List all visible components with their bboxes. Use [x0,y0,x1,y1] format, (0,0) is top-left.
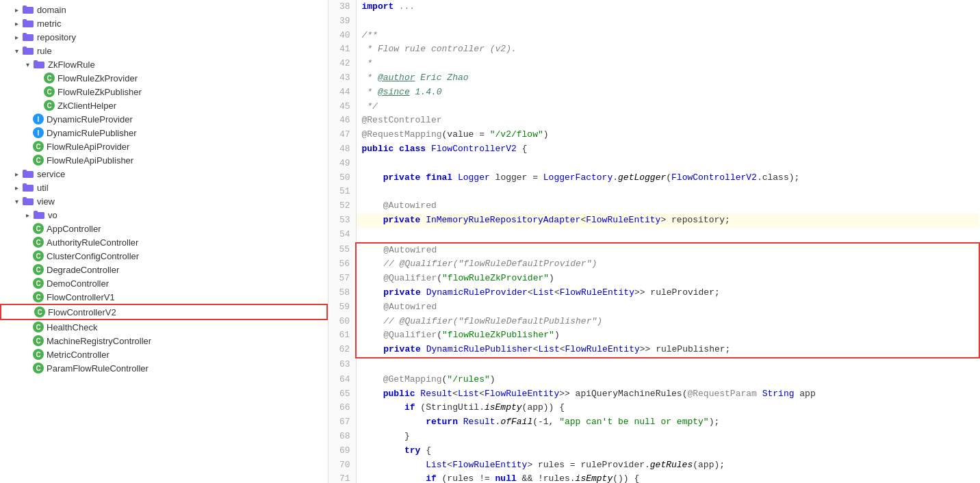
item-label-zkflowrule: ZkFlowRule [48,60,95,70]
folder-icon [22,196,34,206]
item-label-view: view [37,196,55,207]
folder-icon [22,169,34,179]
line-content-62: private DynamicRulePublisher<List<FlowRu… [356,343,979,358]
sidebar-item-vo[interactable]: vo [0,208,328,222]
sidebar-item-dynamicruleprovider[interactable]: IDynamicRuleProvider [0,112,328,126]
item-label-service: service [37,169,65,179]
sidebar-item-util[interactable]: util [0,181,328,194]
code-line-67: 67 return Result.ofFail(-1, "app can't b… [328,415,979,430]
code-line-51: 51 [328,185,979,199]
item-label-rule: rule [37,46,52,56]
sidebar-item-machineregistrycontroller[interactable]: CMachineRegistryController [0,334,328,348]
line-content-65: public Result<List<FlowRuleEntity>> apiQ… [356,387,979,402]
line-content-50: private final Logger logger = LoggerFact… [356,171,979,185]
code-line-68: 68 } [328,430,979,444]
sidebar-item-flowcontrollerv1[interactable]: CFlowControllerV1 [0,290,328,304]
sidebar-item-degradecontroller[interactable]: CDegradeController [0,263,328,276]
line-content-42: * [356,57,979,71]
line-number-67: 67 [328,415,356,430]
line-content-39 [356,14,979,29]
code-line-42: 42 * [328,57,979,71]
sidebar-item-metric[interactable]: metric [0,16,328,30]
sidebar-item-zkclienthelper[interactable]: CZkClientHelper [0,99,328,112]
code-line-44: 44 * @since 1.4.0 [328,86,979,100]
class-badge-flowcontrollerv1: C [33,291,44,302]
code-line-58: 58 private DynamicRuleProvider<List<Flow… [328,286,979,300]
code-line-39: 39 [328,14,979,29]
sidebar-item-rule[interactable]: rule [0,44,328,57]
item-label-healthcheck: HealthCheck [47,322,97,332]
folder-icon [22,18,34,28]
sidebar-item-metriccontroller[interactable]: CMetricController [0,348,328,361]
class-badge-zkclienthelper: C [44,100,55,111]
line-number-63: 63 [328,358,356,373]
sidebar-item-repository[interactable]: repository [0,30,328,44]
line-content-70: List<FlowRuleEntity> rules = ruleProvide… [356,458,979,473]
file-tree: domain metric repository rule ZkFlowRule… [0,0,328,483]
code-line-64: 64 @GetMapping("/rules") [328,373,979,387]
item-label-appcontroller: AppController [47,224,101,234]
line-content-51 [356,185,979,199]
sidebar-item-zkflowrule[interactable]: ZkFlowRule [0,57,328,71]
code-editor: 38import ...39 40/**41 * Flow rule contr… [328,0,980,483]
code-line-62: 62 private DynamicRulePublisher<List<Flo… [328,343,979,358]
item-label-clusterconfigcontroller: ClusterConfigController [47,251,139,261]
sidebar-item-domain[interactable]: domain [0,3,328,16]
line-content-46: @RestController [356,114,979,128]
tree-arrow-zkflowrule [22,59,33,70]
class-badge-flowcontrollerv2: C [34,306,45,317]
line-number-38: 38 [328,0,356,14]
tree-arrow-metric [11,18,22,29]
code-line-69: 69 try { [328,444,979,458]
item-label-democontroller: DemoController [47,278,109,289]
line-number-41: 41 [328,42,356,57]
line-number-43: 43 [328,71,356,86]
line-content-61: @Qualifier("flowRuleZkPublisher") [356,328,979,343]
code-line-43: 43 * @author Eric Zhao [328,71,979,86]
sidebar-item-authorityrulecontroller[interactable]: CAuthorityRuleController [0,235,328,249]
sidebar-item-flowcontrollerv2[interactable]: CFlowControllerV2 [0,304,328,320]
sidebar-item-appcontroller[interactable]: CAppController [0,222,328,235]
code-line-47: 47@RequestMapping(value = "/v2/flow") [328,128,979,142]
line-number-40: 40 [328,29,356,43]
class-badge-democontroller: C [33,278,44,289]
code-line-54: 54 [328,228,979,243]
folder-icon [22,46,34,55]
sidebar-item-flowruleapiprovider[interactable]: CFlowRuleApiProvider [0,140,328,153]
item-label-authorityrulecontroller: AuthorityRuleController [47,237,138,248]
sidebar-item-view[interactable]: view [0,194,328,208]
code-line-38: 38import ... [328,0,979,14]
class-badge-metriccontroller: C [33,349,44,360]
class-badge-healthcheck: C [33,322,44,332]
line-content-41: * Flow rule controller (v2). [356,42,979,57]
line-number-58: 58 [328,286,356,300]
item-label-vo: vo [48,210,57,220]
sidebar-item-service[interactable]: service [0,167,328,181]
line-content-59: @Autowired [356,300,979,315]
sidebar-item-flowruleapipublisher[interactable]: CFlowRuleApiPublisher [0,153,328,167]
code-line-56: 56 // @Qualifier("flowRuleDefaultProvide… [328,257,979,272]
sidebar-item-paramflowrulecontroller[interactable]: CParamFlowRuleController [0,361,328,375]
line-number-68: 68 [328,430,356,444]
sidebar-item-clusterconfigcontroller[interactable]: CClusterConfigController [0,249,328,263]
line-number-39: 39 [328,14,356,29]
item-label-domain: domain [37,5,66,15]
class-badge-paramflowrulecontroller: C [33,363,44,374]
line-content-68: } [356,430,979,444]
code-line-53: 53 private InMemoryRuleRepositoryAdapter… [328,213,979,228]
sidebar-item-flowrulezkprovider[interactable]: CFlowRuleZkProvider [0,71,328,85]
line-number-53: 53 [328,213,356,228]
code-line-71: 71 if (rules != null && !rules.isEmpty()… [328,472,979,483]
sidebar-item-healthcheck[interactable]: CHealthCheck [0,320,328,334]
line-number-62: 62 [328,343,356,358]
item-label-flowrulezkprovider: FlowRuleZkProvider [57,73,138,83]
sidebar-item-democontroller[interactable]: CDemoController [0,276,328,290]
sidebar-item-flowrulezkpublisher[interactable]: CFlowRuleZkPublisher [0,85,328,99]
tree-arrow-rule [11,45,22,56]
line-content-71: if (rules != null && !rules.isEmpty()) { [356,472,979,483]
item-label-dynamicruleprovider: DynamicRuleProvider [47,114,133,125]
sidebar-item-dynamicrulepublisher[interactable]: IDynamicRulePublisher [0,126,328,140]
code-line-55: 55 @Autowired [328,243,979,258]
line-content-69: try { [356,444,979,458]
line-content-52: @Autowired [356,199,979,213]
